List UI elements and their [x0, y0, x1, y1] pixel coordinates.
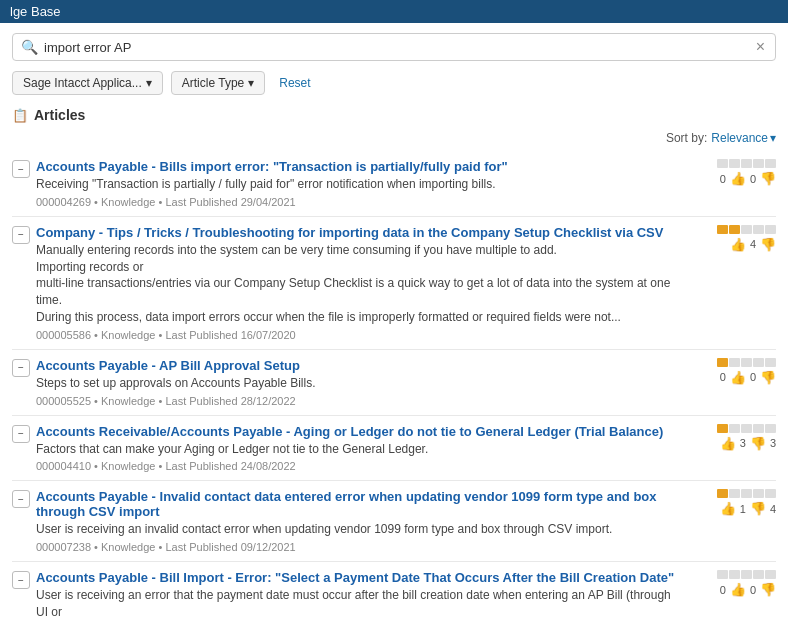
expand-article-5-button[interactable]: − — [12, 490, 30, 508]
article-body: Accounts Payable - Invalid contact data … — [36, 489, 680, 553]
articles-book-icon: 📋 — [12, 108, 28, 123]
star-rating — [717, 424, 776, 433]
table-row: − Company - Tips / Tricks / Troubleshoot… — [12, 217, 776, 350]
sort-by-label: Sort by: — [666, 131, 707, 145]
search-bar: 🔍 × — [12, 33, 776, 61]
clear-search-button[interactable]: × — [754, 39, 767, 55]
thumbs-up-count: 4 — [750, 238, 756, 250]
star-5 — [765, 489, 776, 498]
star-rating — [717, 225, 776, 234]
thumbs-up-count: 0 — [750, 584, 756, 596]
star-5 — [765, 570, 776, 579]
article-body: Accounts Payable - Bills import error: "… — [36, 159, 680, 208]
search-input[interactable] — [44, 40, 754, 55]
star-2 — [729, 424, 740, 433]
table-row: − Accounts Payable - AP Bill Approval Se… — [12, 350, 776, 416]
article-body: Accounts Payable - AP Bill Approval Setu… — [36, 358, 680, 407]
article-rating: 👍 4 👎 — [686, 225, 776, 252]
section-title: Articles — [34, 107, 85, 123]
thumbs-down-icon: 👎 — [760, 237, 776, 252]
thumbs-down-icon: 👎 — [760, 582, 776, 597]
clear-icon: × — [756, 38, 765, 55]
star-4 — [753, 225, 764, 234]
app-filter-button[interactable]: Sage Intacct Applica... ▾ — [12, 71, 163, 95]
search-icon: 🔍 — [21, 39, 38, 55]
star-rating — [717, 570, 776, 579]
star-1 — [717, 159, 728, 168]
article-rating: 0 👍 0 👎 — [686, 570, 776, 597]
thumbs-up-count: 0 — [750, 371, 756, 383]
star-2 — [729, 225, 740, 234]
article-body: Accounts Receivable/Accounts Payable - A… — [36, 424, 680, 473]
article-meta: 000007238 • Knowledge • Last Published 0… — [36, 541, 680, 553]
article-description: User is receiving an invalid contact err… — [36, 521, 680, 538]
thumbs-up-icon: 👍 — [730, 171, 746, 186]
article-description: Factors that can make your Aging or Ledg… — [36, 441, 680, 458]
star-3 — [741, 424, 752, 433]
sort-chevron-icon: ▾ — [770, 131, 776, 145]
star-3 — [741, 159, 752, 168]
article-title[interactable]: Accounts Payable - Bills import error: "… — [36, 159, 508, 174]
article-title[interactable]: Company - Tips / Tricks / Troubleshootin… — [36, 225, 663, 240]
app-filter-label: Sage Intacct Applica... — [23, 76, 142, 90]
article-type-chevron-icon: ▾ — [248, 76, 254, 90]
star-3 — [741, 225, 752, 234]
vote-count: 0 — [720, 173, 726, 185]
main-content: 🔍 × Sage Intacct Applica... ▾ Article Ty… — [0, 23, 788, 623]
star-4 — [753, 489, 764, 498]
thumbs-up-count: 1 — [740, 503, 746, 515]
vote-count: 0 — [720, 584, 726, 596]
article-meta: 000005586 • Knowledge • Last Published 1… — [36, 329, 680, 341]
expand-article-4-button[interactable]: − — [12, 425, 30, 443]
thumbs-up-icon: 👍 — [730, 370, 746, 385]
star-4 — [753, 358, 764, 367]
article-description: User is receiving an error that the paym… — [36, 587, 680, 621]
article-title[interactable]: Accounts Payable - Invalid contact data … — [36, 489, 657, 519]
article-title[interactable]: Accounts Payable - AP Bill Approval Setu… — [36, 358, 300, 373]
article-description: Receiving "Transaction is partially / fu… — [36, 176, 680, 193]
table-row: − Accounts Receivable/Accounts Payable -… — [12, 416, 776, 482]
votes: 👍 4 👎 — [730, 237, 776, 252]
star-2 — [729, 570, 740, 579]
article-description: Manually entering records into the syste… — [36, 242, 680, 326]
star-1 — [717, 225, 728, 234]
article-body: Company - Tips / Tricks / Troubleshootin… — [36, 225, 680, 341]
thumbs-up-count: 3 — [740, 437, 746, 449]
article-title[interactable]: Accounts Payable - Bill Import - Error: … — [36, 570, 674, 585]
article-list: − Accounts Payable - Bills import error:… — [12, 151, 776, 623]
article-rating: 0 👍 0 👎 — [686, 159, 776, 186]
article-rating: 👍 1 👎 4 — [686, 489, 776, 516]
article-type-filter-button[interactable]: Article Type ▾ — [171, 71, 265, 95]
votes: 0 👍 0 👎 — [720, 171, 776, 186]
star-2 — [729, 358, 740, 367]
article-title[interactable]: Accounts Receivable/Accounts Payable - A… — [36, 424, 663, 439]
votes: 0 👍 0 👎 — [720, 370, 776, 385]
article-meta: 000004410 • Knowledge • Last Published 2… — [36, 460, 680, 472]
thumbs-down-icon: 👎 — [750, 501, 766, 516]
star-2 — [729, 159, 740, 168]
sort-value-label: Relevance — [711, 131, 768, 145]
expand-article-2-button[interactable]: − — [12, 226, 30, 244]
sort-bar: Sort by: Relevance ▾ — [12, 131, 776, 145]
expand-article-1-button[interactable]: − — [12, 160, 30, 178]
thumbs-up-icon: 👍 — [730, 582, 746, 597]
star-4 — [753, 159, 764, 168]
app-filter-chevron-icon: ▾ — [146, 76, 152, 90]
thumbs-up-icon: 👍 — [730, 237, 746, 252]
sort-relevance-button[interactable]: Relevance ▾ — [711, 131, 776, 145]
reset-button[interactable]: Reset — [273, 72, 316, 94]
table-row: − Accounts Payable - Invalid contact dat… — [12, 481, 776, 562]
top-bar: lge Base — [0, 0, 788, 23]
article-type-label: Article Type — [182, 76, 244, 90]
thumbs-down-count: 3 — [770, 437, 776, 449]
votes: 👍 1 👎 4 — [720, 501, 776, 516]
article-rating: 0 👍 0 👎 — [686, 358, 776, 385]
star-5 — [765, 424, 776, 433]
thumbs-down-icon: 👎 — [750, 436, 766, 451]
star-2 — [729, 489, 740, 498]
thumbs-up-icon: 👍 — [720, 501, 736, 516]
expand-article-6-button[interactable]: − — [12, 571, 30, 589]
expand-article-3-button[interactable]: − — [12, 359, 30, 377]
top-bar-title: lge Base — [10, 4, 61, 19]
filters-bar: Sage Intacct Applica... ▾ Article Type ▾… — [12, 71, 776, 95]
